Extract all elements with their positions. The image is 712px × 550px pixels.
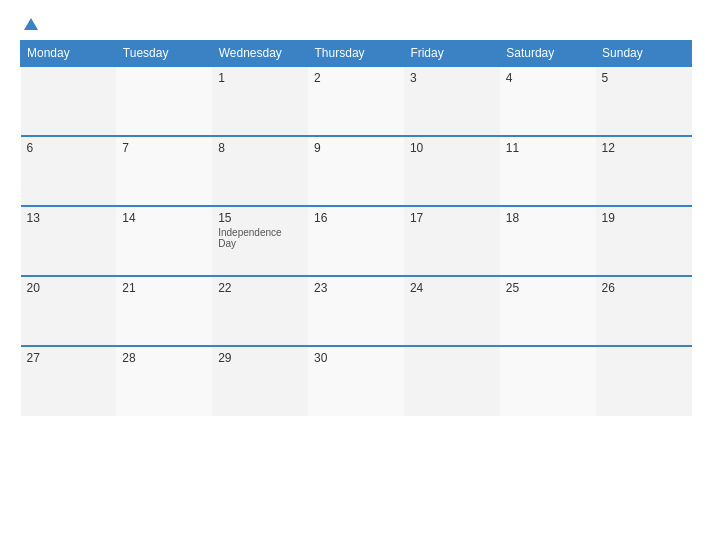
calendar-cell: 21 [116,276,212,346]
day-number: 20 [27,281,111,295]
weekday-header-sunday: Sunday [596,41,692,67]
day-number: 12 [602,141,686,155]
day-number: 2 [314,71,398,85]
calendar-cell: 18 [500,206,596,276]
day-number: 21 [122,281,206,295]
header [20,18,692,30]
calendar-cell: 4 [500,66,596,136]
calendar-cell: 10 [404,136,500,206]
day-number: 10 [410,141,494,155]
day-number: 15 [218,211,302,225]
calendar-cell: 27 [21,346,117,416]
day-number: 4 [506,71,590,85]
logo [20,18,38,30]
calendar-week-row: 27282930 [21,346,692,416]
day-number: 28 [122,351,206,365]
day-number: 14 [122,211,206,225]
calendar-cell: 29 [212,346,308,416]
day-number: 7 [122,141,206,155]
calendar-cell [116,66,212,136]
weekday-header-tuesday: Tuesday [116,41,212,67]
day-number: 29 [218,351,302,365]
calendar-cell: 9 [308,136,404,206]
calendar-cell: 2 [308,66,404,136]
calendar-cell: 15Independence Day [212,206,308,276]
day-number: 24 [410,281,494,295]
calendar-cell: 17 [404,206,500,276]
calendar-table: MondayTuesdayWednesdayThursdayFridaySatu… [20,40,692,416]
weekday-header-saturday: Saturday [500,41,596,67]
calendar-cell: 24 [404,276,500,346]
day-number: 22 [218,281,302,295]
calendar-page: MondayTuesdayWednesdayThursdayFridaySatu… [0,0,712,550]
calendar-cell: 30 [308,346,404,416]
day-number: 9 [314,141,398,155]
day-number: 23 [314,281,398,295]
weekday-header-thursday: Thursday [308,41,404,67]
day-number: 19 [602,211,686,225]
calendar-cell: 6 [21,136,117,206]
logo-triangle-icon [24,18,38,30]
calendar-cell: 26 [596,276,692,346]
calendar-cell: 7 [116,136,212,206]
calendar-cell: 23 [308,276,404,346]
weekday-header-wednesday: Wednesday [212,41,308,67]
calendar-cell: 11 [500,136,596,206]
day-number: 30 [314,351,398,365]
calendar-cell: 3 [404,66,500,136]
calendar-cell: 14 [116,206,212,276]
day-number: 17 [410,211,494,225]
calendar-cell [596,346,692,416]
calendar-cell [500,346,596,416]
day-number: 18 [506,211,590,225]
calendar-cell: 1 [212,66,308,136]
calendar-week-row: 12345 [21,66,692,136]
day-number: 26 [602,281,686,295]
weekday-header-friday: Friday [404,41,500,67]
calendar-cell: 25 [500,276,596,346]
day-number: 25 [506,281,590,295]
calendar-cell: 28 [116,346,212,416]
calendar-cell: 20 [21,276,117,346]
weekday-header-monday: Monday [21,41,117,67]
calendar-cell: 22 [212,276,308,346]
calendar-week-row: 6789101112 [21,136,692,206]
holiday-label: Independence Day [218,227,302,249]
day-number: 3 [410,71,494,85]
day-number: 1 [218,71,302,85]
calendar-week-row: 131415Independence Day16171819 [21,206,692,276]
day-number: 11 [506,141,590,155]
calendar-week-row: 20212223242526 [21,276,692,346]
calendar-cell [21,66,117,136]
day-number: 5 [602,71,686,85]
calendar-cell: 13 [21,206,117,276]
calendar-cell: 5 [596,66,692,136]
calendar-cell: 8 [212,136,308,206]
calendar-cell: 16 [308,206,404,276]
day-number: 13 [27,211,111,225]
weekday-header-row: MondayTuesdayWednesdayThursdayFridaySatu… [21,41,692,67]
calendar-cell: 12 [596,136,692,206]
day-number: 8 [218,141,302,155]
day-number: 27 [27,351,111,365]
day-number: 6 [27,141,111,155]
calendar-cell [404,346,500,416]
day-number: 16 [314,211,398,225]
calendar-cell: 19 [596,206,692,276]
